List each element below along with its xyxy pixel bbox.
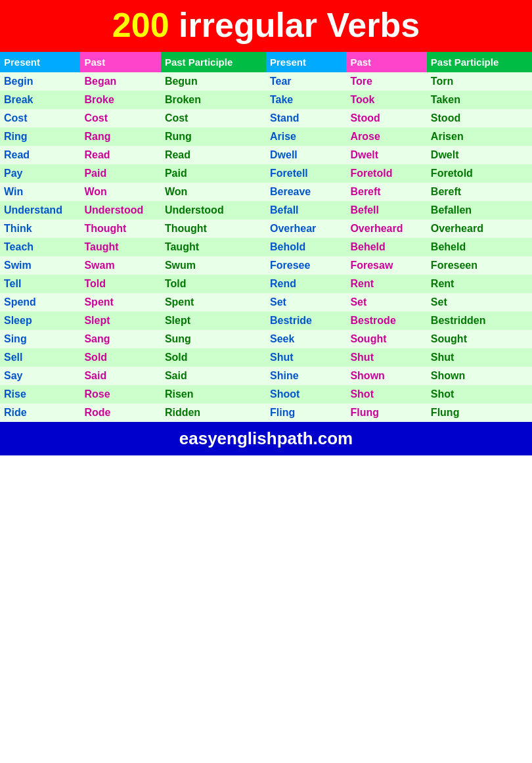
title-number: 200	[112, 6, 169, 44]
table-cell: Bereft	[427, 183, 532, 201]
table-cell: Read	[161, 146, 266, 164]
table-cell: Swim	[0, 256, 80, 275]
table-cell: Taught	[80, 238, 160, 256]
table-cell: Foresee	[266, 256, 346, 275]
table-cell: Cost	[0, 109, 80, 127]
table-cell: Sang	[80, 330, 160, 348]
table-row: TellToldToldRendRentRent	[0, 275, 532, 293]
table-cell: Thought	[161, 220, 266, 238]
table-cell: Understood	[161, 201, 266, 220]
table-cell: Arisen	[427, 127, 532, 146]
table-cell: Slept	[161, 312, 266, 330]
table-cell: Teach	[0, 238, 80, 256]
table-cell: Rise	[0, 385, 80, 404]
table-cell: Tore	[346, 72, 426, 91]
table-cell: Sing	[0, 330, 80, 348]
table-cell: Broke	[80, 91, 160, 109]
table-cell: Paid	[161, 164, 266, 183]
footer: easyenglishpath.com	[0, 422, 532, 455]
table-cell: Foretell	[266, 164, 346, 183]
table-cell: Shut	[346, 348, 426, 367]
table-row: WinWonWonBereaveBereftBereft	[0, 183, 532, 201]
table-cell: Stand	[266, 109, 346, 127]
table-cell: Befall	[266, 201, 346, 220]
table-cell: Begin	[0, 72, 80, 91]
table-cell: Take	[266, 91, 346, 109]
table-cell: Foreseen	[427, 256, 532, 275]
table-cell: Shown	[427, 367, 532, 385]
table-cell: Risen	[161, 385, 266, 404]
table-cell: Set	[427, 293, 532, 312]
table-cell: Took	[346, 91, 426, 109]
table-cell: Began	[80, 72, 160, 91]
table-cell: Cost	[80, 109, 160, 127]
table-row: SleepSleptSleptBestrideBestrodeBestridde…	[0, 312, 532, 330]
table-cell: Spent	[80, 293, 160, 312]
table-row: PayPaidPaidForetellForetoldForetold	[0, 164, 532, 183]
table-cell: Befallen	[427, 201, 532, 220]
table-cell: Foretold	[346, 164, 426, 183]
table-container: Present Past Past Participle Present Pas…	[0, 52, 532, 422]
table-cell: Overheard	[346, 220, 426, 238]
header-past-2: Past	[346, 52, 426, 72]
table-cell: Shine	[266, 367, 346, 385]
table-cell: Sought	[346, 330, 426, 348]
table-cell: Shoot	[266, 385, 346, 404]
table-cell: Dwelt	[427, 146, 532, 164]
table-cell: Bestridden	[427, 312, 532, 330]
table-cell: Win	[0, 183, 80, 201]
table-cell: Befell	[346, 201, 426, 220]
table-cell: Rent	[427, 275, 532, 293]
table-cell: Tell	[0, 275, 80, 293]
table-cell: Spend	[0, 293, 80, 312]
table-row: TeachTaughtTaughtBeholdBeheldBeheld	[0, 238, 532, 256]
table-cell: Shot	[346, 385, 426, 404]
table-row: BeginBeganBegunTearToreTorn	[0, 72, 532, 91]
table-cell: Pay	[0, 164, 80, 183]
table-cell: Sold	[80, 348, 160, 367]
table-cell: Bestrode	[346, 312, 426, 330]
table-cell: Set	[346, 293, 426, 312]
table-cell: Sought	[427, 330, 532, 348]
table-cell: Spent	[161, 293, 266, 312]
table-cell: Shut	[266, 348, 346, 367]
table-cell: Bereft	[346, 183, 426, 201]
table-cell: Say	[0, 367, 80, 385]
table-cell: Slept	[80, 312, 160, 330]
table-cell: Taught	[161, 238, 266, 256]
title-bar: 200 irregular Verbs	[0, 0, 532, 52]
table-cell: Swum	[161, 256, 266, 275]
header-present-1: Present	[0, 52, 80, 72]
table-cell: Rang	[80, 127, 160, 146]
table-cell: Cost	[161, 109, 266, 127]
verb-table: Present Past Past Participle Present Pas…	[0, 52, 532, 422]
table-cell: Said	[161, 367, 266, 385]
table-cell: Flung	[346, 404, 426, 422]
table-row: RideRodeRiddenFlingFlungFlung	[0, 404, 532, 422]
table-cell: Dwell	[266, 146, 346, 164]
table-cell: Overhear	[266, 220, 346, 238]
table-cell: Beheld	[427, 238, 532, 256]
table-cell: Taken	[427, 91, 532, 109]
table-cell: Foresaw	[346, 256, 426, 275]
table-cell: Ridden	[161, 404, 266, 422]
table-cell: Foretold	[427, 164, 532, 183]
table-cell: Set	[266, 293, 346, 312]
table-cell: Understand	[0, 201, 80, 220]
table-cell: Sleep	[0, 312, 80, 330]
table-cell: Behold	[266, 238, 346, 256]
table-cell: Ring	[0, 127, 80, 146]
table-row: SingSangSungSeekSoughtSought	[0, 330, 532, 348]
table-cell: Ride	[0, 404, 80, 422]
table-cell: Read	[0, 146, 80, 164]
table-cell: Read	[80, 146, 160, 164]
table-cell: Flung	[427, 404, 532, 422]
table-row: UnderstandUnderstoodUnderstoodBefallBefe…	[0, 201, 532, 220]
table-cell: Sell	[0, 348, 80, 367]
table-row: RiseRoseRisenShootShotShot	[0, 385, 532, 404]
table-cell: Dwelt	[346, 146, 426, 164]
table-cell: Rent	[346, 275, 426, 293]
table-cell: Beheld	[346, 238, 426, 256]
header-past-1: Past	[80, 52, 160, 72]
table-row: ReadReadReadDwellDweltDwelt	[0, 146, 532, 164]
